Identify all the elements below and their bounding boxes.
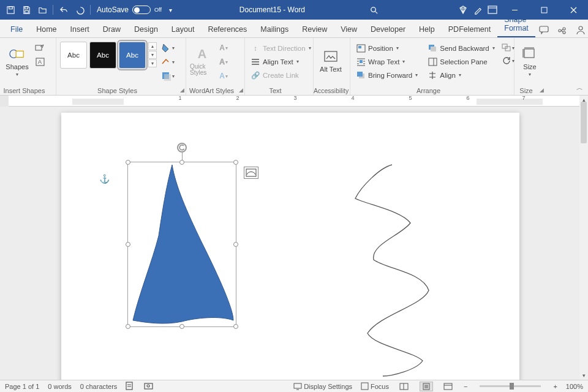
tab-developer[interactable]: Developer (364, 21, 412, 37)
shape-effects-icon[interactable]: ▾ (161, 70, 175, 82)
style-preset-3-selected[interactable]: Abc (119, 42, 146, 69)
size-launcher-icon[interactable]: ◢ (540, 87, 544, 93)
comments-icon[interactable] (535, 23, 552, 37)
status-chars[interactable]: 0 characters (80, 383, 118, 390)
svg-rect-2 (24, 6, 28, 9)
send-backward-button[interactable]: Send Backward▾ (426, 42, 497, 55)
display-settings-button[interactable]: Display Settings (293, 383, 352, 390)
handle-ne[interactable] (233, 160, 238, 165)
tab-design[interactable]: Design (127, 21, 165, 37)
position-button[interactable]: Position▾ (354, 42, 420, 55)
undo-icon[interactable] (57, 3, 70, 17)
search-icon[interactable] (367, 3, 380, 17)
shapes-button[interactable]: Shapes ▾ (4, 40, 31, 82)
tab-file[interactable]: File (4, 21, 29, 37)
tab-pdfelement[interactable]: PDFelement (442, 21, 497, 37)
scribble-shape[interactable] (343, 162, 490, 380)
tab-references[interactable]: References (201, 21, 254, 37)
macro-icon[interactable] (144, 382, 153, 391)
horizontal-ruler[interactable]: // inline generation for ticks skipped; … (9, 96, 579, 107)
draw-text-box-icon[interactable]: A (33, 56, 47, 68)
edit-shape-icon[interactable] (33, 42, 47, 54)
rotate-icon[interactable]: ▾ (502, 55, 515, 67)
handle-e[interactable] (233, 242, 238, 247)
vertical-scrollbar[interactable]: ▴ ▾ (579, 96, 588, 380)
align-text-button[interactable]: Align Text▾ (249, 55, 313, 68)
diamond-icon[interactable] (456, 3, 470, 17)
save-icon[interactable] (20, 3, 33, 17)
status-page[interactable]: Page 1 of 1 (5, 383, 39, 390)
style-gallery-spinner[interactable]: ▴▾▾ (148, 40, 157, 67)
text-effects-icon[interactable]: A▾ (217, 70, 230, 82)
tab-layout[interactable]: Layout (165, 21, 202, 37)
selection-pane-button[interactable]: Selection Pane (426, 55, 497, 68)
status-bar: Page 1 of 1 0 words 0 characters Display… (0, 380, 588, 392)
focus-button[interactable]: Focus (361, 382, 389, 390)
tab-mailings[interactable]: Mailings (254, 21, 295, 37)
open-icon[interactable] (36, 3, 49, 17)
autosave-switch-icon[interactable] (132, 6, 151, 14)
text-fill-icon[interactable]: A▾ (217, 42, 230, 54)
document-workspace[interactable]: ⚓ (0, 107, 579, 380)
qat-more-icon[interactable]: ▾ (164, 3, 178, 17)
web-layout-icon[interactable] (442, 382, 455, 391)
create-link-button: 🔗Create Link (249, 69, 313, 81)
tab-shape-format[interactable]: Shape Format (497, 12, 535, 37)
tab-view[interactable]: View (334, 21, 364, 37)
ribbon-tabs: File Home Insert Draw Design Layout Refe… (0, 20, 588, 38)
zoom-level[interactable]: 100% (566, 383, 583, 390)
svg-rect-27 (524, 49, 534, 58)
redo-icon[interactable] (73, 3, 86, 17)
style-preset-2[interactable]: Abc (89, 42, 116, 69)
tab-draw[interactable]: Draw (96, 21, 127, 37)
blue-freeform-shape[interactable] (128, 162, 237, 328)
tab-insert[interactable]: Insert (64, 21, 96, 37)
tab-review[interactable]: Review (295, 21, 334, 37)
shape-styles-launcher-icon[interactable]: ◢ (180, 87, 184, 93)
shape-selection-box[interactable] (127, 162, 236, 327)
tab-home[interactable]: Home (29, 21, 63, 37)
read-mode-icon[interactable] (398, 382, 411, 391)
zoom-in-button[interactable]: + (553, 383, 557, 390)
style-preset-1[interactable]: Abc (60, 42, 87, 69)
wrap-text-button[interactable]: Wrap Text▾ (354, 55, 420, 68)
collapse-ribbon-icon[interactable]: ︿ (576, 83, 583, 92)
shape-fill-icon[interactable]: ▾ (161, 42, 175, 54)
handle-w[interactable] (126, 242, 130, 247)
group-insert-shapes: Shapes ▾ A Insert Shapes (0, 38, 56, 95)
shape-outline-icon[interactable]: ▾ (161, 56, 175, 68)
wordart-launcher-icon[interactable]: ◢ (239, 87, 243, 93)
share-icon[interactable] (554, 23, 571, 37)
align-icon (428, 70, 437, 80)
tab-help[interactable]: Help (412, 21, 442, 37)
zoom-out-button[interactable]: − (464, 383, 467, 390)
layout-options-button[interactable] (244, 167, 258, 179)
svg-rect-15 (164, 74, 171, 81)
alt-text-button[interactable]: Alt Text (317, 40, 344, 82)
scroll-thumb[interactable] (581, 102, 587, 143)
handle-se[interactable] (233, 324, 238, 329)
scroll-down-icon[interactable]: ▾ (579, 371, 588, 380)
autosave-toggle[interactable]: AutoSave Off (97, 6, 162, 14)
handle-s[interactable] (179, 324, 184, 329)
save-file-icon[interactable] (4, 3, 17, 17)
group-arrange: Position▾ Wrap Text▾ Bring Forward▾ Send… (350, 38, 514, 95)
handle-nw[interactable] (126, 160, 130, 165)
group-icon[interactable]: ▾ (502, 42, 515, 54)
text-outline-icon[interactable]: A▾ (217, 56, 230, 68)
handle-n[interactable] (179, 160, 184, 165)
pen-icon[interactable] (471, 3, 484, 17)
bring-forward-button[interactable]: Bring Forward▾ (354, 69, 420, 81)
ribbon-mode-icon[interactable] (486, 3, 499, 17)
account-icon[interactable] (572, 23, 588, 37)
close-button[interactable] (559, 0, 587, 20)
align-button[interactable]: Align▾ (426, 69, 497, 81)
zoom-slider[interactable] (480, 385, 541, 387)
rotate-handle[interactable] (177, 143, 187, 153)
print-layout-icon[interactable] (420, 382, 433, 391)
spellcheck-icon[interactable] (126, 382, 135, 391)
size-button[interactable]: Size ▾ (518, 40, 541, 82)
svg-rect-10 (16, 51, 23, 57)
handle-sw[interactable] (126, 324, 130, 329)
status-words[interactable]: 0 words (48, 383, 72, 390)
